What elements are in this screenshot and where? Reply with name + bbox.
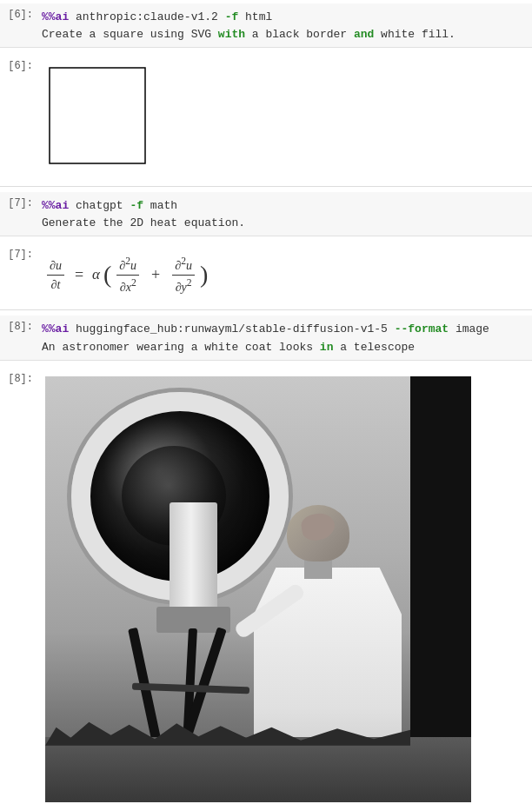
- format-html: html: [238, 10, 272, 23]
- cell-8-input-content: %%ai huggingface_hub:runwayml/stable-dif…: [38, 319, 532, 357]
- magic-prefix: %%ai: [42, 10, 69, 23]
- frac-d2u-num-2: ∂2u: [172, 254, 195, 276]
- cell-8-output-block: [8]:: [0, 364, 532, 804]
- keyword-and: and: [354, 28, 374, 41]
- equals-sign: =: [75, 263, 83, 287]
- cell-6-input: [6]: %%ai anthropic:claude-v1.2 -f html …: [0, 3, 532, 48]
- model-sd: huggingface_hub:runwayml/stable-diffusio…: [69, 322, 388, 336]
- flag-f-2: -f: [123, 199, 143, 212]
- cell-7-input-label: [7]:: [0, 196, 38, 234]
- frac-dx2-den: ∂x2: [117, 276, 139, 296]
- cell-7-input-content: %%ai chatgpt -f math Generate the 2D hea…: [38, 196, 532, 234]
- divider-1: [0, 186, 532, 187]
- frac-du-num: ∂u: [47, 256, 64, 276]
- photo-background: [45, 376, 471, 802]
- svg-square-container: [42, 60, 525, 177]
- magic-prefix-3: %%ai: [42, 322, 69, 336]
- cell-6-input-block: [6]: %%ai anthropic:claude-v1.2 -f html …: [0, 0, 532, 51]
- ground: [45, 737, 471, 802]
- plus-sign: +: [151, 263, 160, 287]
- paren-close: ): [200, 262, 208, 287]
- frac-d2u-dx2: ∂2u ∂x2: [116, 254, 139, 296]
- model-chatgpt: chatgpt: [69, 199, 123, 212]
- cell-7-output-label: [7]:: [0, 247, 38, 302]
- divider-2: [0, 309, 532, 310]
- cell-7-output: [7]: ∂u ∂t = α ( ∂2u: [0, 243, 532, 304]
- cell-6-output-label: [6]:: [0, 58, 38, 179]
- cell-8-input: [8]: %%ai huggingface_hub:runwayml/stabl…: [0, 316, 532, 360]
- cell-6-line2: Create a square using SVG with a black b…: [42, 26, 525, 43]
- magic-prefix-2: %%ai: [42, 199, 69, 212]
- svg-rect: [50, 68, 145, 163]
- frac-dy2-den: ∂y2: [173, 276, 195, 296]
- paren-open: (: [103, 262, 111, 287]
- keyword-in: in: [320, 341, 334, 354]
- flag-f: -f: [218, 10, 238, 23]
- cell-6-output-block: [6]:: [0, 51, 532, 184]
- cell-6-input-content: %%ai anthropic:claude-v1.2 -f html Creat…: [38, 7, 532, 45]
- model-name: anthropic:claude-v1.2: [69, 10, 218, 23]
- svg-square: [45, 63, 150, 168]
- cell-7-output-block: [7]: ∂u ∂t = α ( ∂2u: [0, 240, 532, 308]
- cell-7-line2: Generate the 2D heat equation.: [42, 215, 525, 232]
- flag-format: --format: [388, 322, 449, 336]
- math-equation: ∂u ∂t = α ( ∂2u ∂x2 +: [42, 249, 525, 301]
- cell-6-output: [6]:: [0, 55, 532, 181]
- format-image: image: [449, 322, 489, 336]
- telescope-tube: [170, 502, 217, 624]
- cell-6-input-label: [6]:: [0, 7, 38, 45]
- cell-8-input-label: [8]:: [0, 319, 38, 357]
- cell-8-output-content: [38, 371, 532, 804]
- frac-d2u-num: ∂2u: [116, 254, 139, 276]
- frac-dt-den: ∂t: [49, 276, 63, 294]
- cell-7-input-block: [7]: %%ai chatgpt -f math Generate the 2…: [0, 189, 532, 240]
- cell-8-line2: An astronomer wearing a white coat looks…: [42, 339, 525, 356]
- cell-8-line1: %%ai huggingface_hub:runwayml/stable-dif…: [42, 321, 525, 338]
- astronomer-photo: [45, 376, 471, 802]
- format-math: math: [143, 199, 177, 212]
- image-container: [42, 373, 525, 802]
- alpha-symbol: α: [92, 263, 100, 286]
- cell-6-output-content: [38, 58, 532, 179]
- cell-8-output-label: [8]:: [0, 371, 38, 804]
- cell-7-line1: %%ai chatgpt -f math: [42, 197, 525, 215]
- frac-d2u-dy2: ∂2u ∂y2: [172, 254, 195, 296]
- heat-equation-row: ∂u ∂t = α ( ∂2u ∂x2 +: [45, 254, 522, 296]
- cell-8-output: [8]:: [0, 368, 532, 804]
- cell-8-input-block: [8]: %%ai huggingface_hub:runwayml/stabl…: [0, 312, 532, 363]
- cell-6-line1: %%ai anthropic:claude-v1.2 -f html: [42, 9, 525, 26]
- cell-7-input: [7]: %%ai chatgpt -f math Generate the 2…: [0, 192, 532, 236]
- keyword-with: with: [218, 28, 245, 41]
- cell-7-output-content: ∂u ∂t = α ( ∂2u ∂x2 +: [38, 247, 532, 302]
- frac-du-dt: ∂u ∂t: [47, 256, 64, 294]
